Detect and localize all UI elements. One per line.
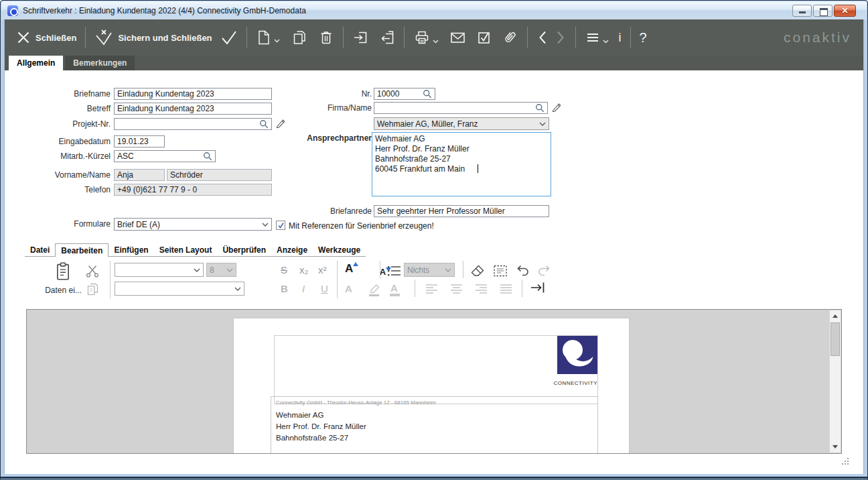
menu-button[interactable]	[585, 29, 609, 46]
close-record-label[interactable]: Schließen	[35, 33, 76, 43]
projekt-edit-pencil-icon[interactable]	[275, 117, 286, 130]
connectivity-logo-caption: CONNECTIVITY	[553, 380, 597, 386]
serienbrief-checkbox[interactable]	[276, 221, 285, 230]
scrollbar-thumb[interactable]	[830, 322, 840, 356]
formulare-select[interactable]: Brief DE (A)	[114, 218, 272, 231]
app-logo-icon	[7, 5, 18, 16]
conaktiv-logo: conaktiv	[784, 30, 851, 46]
nachname-input	[167, 169, 272, 181]
align-center-button	[449, 284, 465, 296]
help-button[interactable]: ?	[640, 30, 647, 46]
chevron-down-icon	[226, 268, 233, 272]
superscript-button: x²	[318, 264, 327, 276]
grow-font-button[interactable]: A	[345, 262, 353, 275]
import-button[interactable]	[352, 29, 368, 46]
connectivity-logo-icon	[557, 336, 597, 376]
chevron-down-icon	[274, 39, 280, 43]
list-bullets-icon[interactable]	[386, 265, 401, 279]
preview-scrollbar[interactable]	[829, 310, 841, 453]
nav-back-button[interactable]	[536, 29, 549, 46]
ansprechpartner-textarea[interactable]: Wehmaier AG Herr Prof. Dr. Franz Müller …	[372, 132, 551, 196]
duplicate-record-button[interactable]	[291, 29, 307, 46]
arrow-up-icon	[833, 314, 838, 318]
confirm-check-icon[interactable]	[220, 29, 238, 46]
record-form: Briefname Betreff Projekt-Nr. Eingabedat…	[5, 70, 863, 243]
info-button[interactable]: i	[619, 31, 622, 45]
highlighter-button	[366, 282, 381, 300]
firma-edit-pencil-icon[interactable]	[551, 101, 562, 114]
window-title: Schriftverkehr : Einladung Kundentag 202…	[23, 6, 306, 15]
kontakt-select[interactable]: Wehmaier AG, Müller, Franz	[374, 117, 549, 130]
document-preview[interactable]: CONNECTIVITY Connectivity GmbH - Theodor…	[26, 309, 842, 454]
editor-ribbon-tabs: Datei Bearbeiten Einfügen Seiten Layout …	[25, 243, 366, 257]
app-window: Schriftverkehr : Einladung Kundentag 202…	[0, 0, 868, 480]
eingabedatum-input[interactable]	[114, 135, 165, 147]
save-and-close-icon[interactable]	[94, 29, 113, 46]
betreff-input[interactable]	[114, 103, 272, 115]
projekt-nr-label: Projekt-Nr.	[5, 119, 111, 129]
toolbar-separator	[246, 27, 247, 48]
firma-name-input[interactable]	[374, 102, 548, 114]
align-justify-button	[498, 284, 514, 296]
font-family-select[interactable]	[115, 263, 204, 277]
attachment-paperclip-button[interactable]	[501, 29, 518, 46]
chevron-down-icon	[194, 268, 200, 272]
window-content: Schließen Sichern und Schließen	[4, 19, 864, 474]
export-button[interactable]	[379, 29, 395, 46]
task-check-button[interactable]	[476, 29, 492, 46]
select-all-button[interactable]	[492, 263, 508, 280]
undo-button[interactable]	[515, 263, 531, 280]
briefname-label: Briefname	[5, 89, 111, 99]
chevron-down-icon	[234, 287, 241, 291]
firma-search-icon[interactable]	[535, 103, 545, 115]
font-color-button: A	[390, 282, 398, 294]
telefon-input	[114, 184, 272, 196]
formulare-label: Formulare	[5, 219, 111, 229]
shrink-font-button[interactable]: A	[380, 267, 386, 277]
maximize-button[interactable]	[813, 5, 833, 17]
document-page[interactable]: CONNECTIVITY Connectivity GmbH - Theodor…	[233, 318, 630, 454]
projekt-search-icon[interactable]	[259, 119, 269, 131]
nr-search-icon[interactable]	[423, 89, 432, 101]
sender-line: Connectivity GmbH - Theodor-Heuss-Anlage…	[276, 400, 593, 406]
email-button[interactable]	[449, 29, 466, 46]
paragraph-style-select[interactable]	[115, 282, 244, 296]
scroll-down-button[interactable]	[830, 441, 841, 453]
minimize-button[interactable]	[792, 5, 812, 17]
font-outline-button: A	[345, 283, 352, 294]
titlebar: Schriftverkehr : Einladung Kundentag 202…	[1, 1, 867, 19]
scroll-up-button[interactable]	[830, 310, 841, 322]
briefname-input[interactable]	[114, 88, 272, 100]
close-record-button[interactable]	[15, 29, 31, 46]
ribbon-tab-seiten-layout[interactable]: Seiten Layout	[154, 243, 218, 257]
align-left-button	[424, 284, 440, 296]
paste-data-icon[interactable]	[54, 261, 72, 284]
nav-forward-button[interactable]	[555, 29, 567, 46]
text-caret	[478, 164, 478, 173]
mitarb-kuerzel-input[interactable]	[114, 150, 216, 162]
projekt-nr-input[interactable]	[114, 118, 272, 130]
ribbon-tab-bearbeiten[interactable]: Bearbeiten	[55, 243, 108, 257]
new-record-button[interactable]	[256, 29, 280, 46]
tab-stop-button[interactable]	[530, 281, 547, 296]
ribbon-tab-datei[interactable]: Datei	[25, 243, 55, 257]
copy-icon	[86, 282, 99, 299]
print-button[interactable]	[413, 29, 439, 46]
eraser-button[interactable]	[469, 263, 486, 280]
resize-grip[interactable]	[841, 457, 850, 466]
delete-record-button[interactable]	[318, 29, 334, 46]
serienbrief-checkbox-label[interactable]: Mit Referenzen für Serienbrief erzeugen!	[289, 221, 434, 231]
tab-bemerkungen[interactable]: Bemerkungen	[65, 56, 135, 70]
redo-button	[536, 263, 552, 280]
ribbon-tab-werkzeuge[interactable]: Werkzeuge	[313, 243, 366, 257]
ribbon-tab-einfuegen[interactable]: Einfügen	[108, 243, 153, 257]
ribbon-tab-anzeige[interactable]: Anzeige	[271, 243, 313, 257]
tab-allgemein[interactable]: Allgemein	[9, 56, 63, 70]
cut-scissors-icon[interactable]	[85, 263, 100, 280]
briefanrede-input[interactable]	[374, 205, 549, 217]
mitarb-search-icon[interactable]	[203, 152, 212, 163]
close-window-button[interactable]	[834, 5, 856, 17]
ribbon-tab-ueberpruefen[interactable]: Überprüfen	[217, 243, 271, 257]
underline-button: U	[321, 283, 328, 294]
save-and-close-label[interactable]: Sichern und Schließen	[118, 33, 212, 43]
